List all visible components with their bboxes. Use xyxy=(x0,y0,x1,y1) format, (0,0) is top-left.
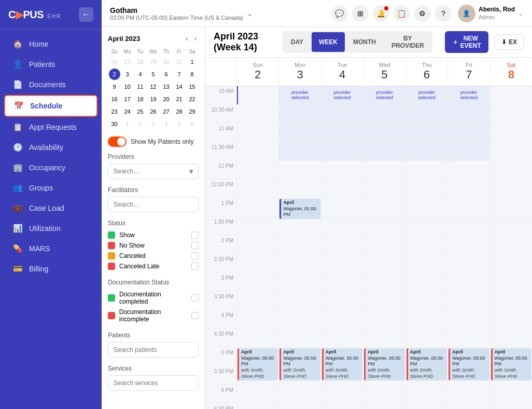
mini-cal-day[interactable]: 13 xyxy=(161,81,172,92)
calendar-cell[interactable] xyxy=(447,310,489,329)
calendar-cell[interactable]: providerselected xyxy=(447,86,489,105)
mini-cal-day[interactable]: 18 xyxy=(135,93,146,105)
mini-cal-day[interactable]: 5 xyxy=(174,118,185,130)
calendar-cell[interactable] xyxy=(236,366,278,385)
calendar-cell[interactable] xyxy=(236,105,278,124)
calendar-cell[interactable] xyxy=(278,329,320,348)
calendar-cell[interactable] xyxy=(490,404,532,409)
mini-cal-day[interactable]: 31 xyxy=(174,56,185,67)
calendar-cell[interactable] xyxy=(321,385,363,404)
week-tab[interactable]: WEEK xyxy=(312,32,345,52)
calendar-cell[interactable] xyxy=(363,198,405,217)
canceled-late-checkbox[interactable] xyxy=(191,263,199,270)
providers-search-input[interactable] xyxy=(108,163,199,179)
calendar-cell[interactable] xyxy=(405,198,447,217)
calendar-cell[interactable] xyxy=(363,161,405,180)
calendar-cell[interactable] xyxy=(236,385,278,404)
calendar-cell[interactable] xyxy=(321,366,363,385)
calendar-cell[interactable] xyxy=(236,142,278,161)
calendar-cell[interactable] xyxy=(405,142,447,161)
calendar-cell[interactable] xyxy=(278,105,320,124)
calendar-cell[interactable]: AprilWagoner, 05:00 PMwith Smith,Steve P… xyxy=(321,348,363,366)
calendar-cell[interactable] xyxy=(278,254,320,273)
sidebar-item-case-load[interactable]: 💼 Case Load xyxy=(4,198,97,218)
mini-cal-day[interactable]: 9 xyxy=(109,81,120,92)
calendar-cell[interactable] xyxy=(405,236,447,254)
export-button[interactable]: ⬇ EX xyxy=(495,34,524,50)
doc-completed-checkbox[interactable] xyxy=(191,294,199,302)
calendar-cell[interactable] xyxy=(490,385,532,404)
calendar-cell[interactable] xyxy=(405,310,447,329)
mini-cal-day[interactable]: 16 xyxy=(109,93,120,105)
calendar-cell[interactable] xyxy=(490,142,532,161)
calendar-cell[interactable] xyxy=(278,142,320,161)
user-avatar-section[interactable]: 👤 Abenis, Rod Admin ⌄ xyxy=(458,5,524,22)
calendar-cell[interactable] xyxy=(363,105,405,124)
calendar-cell[interactable] xyxy=(321,198,363,217)
month-tab[interactable]: MONTH xyxy=(346,32,383,52)
calendar-cell[interactable] xyxy=(447,236,489,254)
calendar-cell[interactable] xyxy=(321,124,363,142)
calendar-cell[interactable] xyxy=(405,366,447,385)
sidebar-item-appt-requests[interactable]: 📋 Appt Requests xyxy=(4,117,97,137)
facilitators-search-input[interactable] xyxy=(108,197,199,212)
doc-incomplete-checkbox[interactable] xyxy=(191,312,199,319)
calendar-cell[interactable]: AprilWagoner, 05:00 PMwith Smith,Steve P… xyxy=(490,348,532,366)
mini-cal-day[interactable]: 5 xyxy=(148,69,159,80)
calendar-cell[interactable] xyxy=(321,236,363,254)
calendar-cell[interactable] xyxy=(490,161,532,180)
calendar-cell[interactable] xyxy=(321,292,363,310)
bell-button[interactable]: 🔔 xyxy=(373,5,389,22)
back-button[interactable]: ← xyxy=(79,7,93,22)
mini-cal-day[interactable]: 23 xyxy=(109,106,120,117)
settings-button[interactable]: ⚙ xyxy=(414,5,431,22)
calendar-cell[interactable]: providerselected xyxy=(405,86,447,105)
calendar-cell[interactable] xyxy=(363,292,405,310)
calendar-cell[interactable] xyxy=(236,124,278,142)
calendar-cell[interactable] xyxy=(321,329,363,348)
mini-cal-day[interactable]: 15 xyxy=(187,81,198,92)
no-show-checkbox[interactable] xyxy=(191,242,199,249)
calendar-cell[interactable] xyxy=(278,273,320,292)
mini-cal-day[interactable]: 3 xyxy=(148,118,159,130)
mini-cal-day[interactable]: 29 xyxy=(148,56,159,67)
mini-cal-day[interactable]: 26 xyxy=(148,106,159,117)
calendar-cell[interactable] xyxy=(405,385,447,404)
mini-cal-day[interactable]: 20 xyxy=(161,93,172,105)
calendar-cell[interactable] xyxy=(278,385,320,404)
sidebar-item-mars[interactable]: 💊 MARS xyxy=(4,239,97,258)
calendar-cell[interactable] xyxy=(405,329,447,348)
calendar-cell[interactable] xyxy=(490,366,532,385)
calendar-cell[interactable] xyxy=(405,292,447,310)
calendar-cell[interactable] xyxy=(447,124,489,142)
calendar-cell[interactable] xyxy=(490,254,532,273)
calendar-cell[interactable] xyxy=(236,217,278,236)
calendar-cell[interactable] xyxy=(363,385,405,404)
calendar-cell[interactable] xyxy=(278,310,320,329)
calendar-cell[interactable] xyxy=(321,142,363,161)
calendar-cell[interactable] xyxy=(321,217,363,236)
calendar-cell[interactable] xyxy=(363,404,405,409)
calendar-cell[interactable] xyxy=(405,105,447,124)
new-event-button[interactable]: ＋ NEW EVENT xyxy=(445,31,488,53)
sidebar-item-groups[interactable]: 👥 Groups xyxy=(4,178,97,198)
calendar-cell[interactable] xyxy=(278,180,320,198)
mini-cal-day[interactable]: 14 xyxy=(174,81,185,92)
calendar-cell[interactable] xyxy=(447,198,489,217)
calendar-cell[interactable]: AprilWagoner, 05:00 PMwith Smith,Steve P… xyxy=(363,348,405,366)
mini-cal-day[interactable]: 7 xyxy=(174,69,185,80)
mini-cal-day[interactable]: 25 xyxy=(135,106,146,117)
calendar-cell[interactable] xyxy=(363,217,405,236)
by-provider-tab[interactable]: BY PROVIDER xyxy=(384,32,431,52)
calendar-cell[interactable]: AprilWagoner, 05:00 PMwith Smith,Steve P… xyxy=(278,348,320,366)
calendar-cell[interactable] xyxy=(321,404,363,409)
calendar-cell[interactable] xyxy=(447,385,489,404)
calendar-cell[interactable] xyxy=(363,366,405,385)
calendar-cell[interactable] xyxy=(405,217,447,236)
calendar-cell[interactable] xyxy=(236,310,278,329)
sidebar-item-home[interactable]: 🏠 Home xyxy=(4,34,97,54)
mini-cal-day[interactable]: 6 xyxy=(187,118,198,130)
calendar-cell[interactable] xyxy=(363,236,405,254)
services-search-input[interactable] xyxy=(108,375,199,391)
show-my-patients-toggle[interactable] xyxy=(108,137,127,147)
